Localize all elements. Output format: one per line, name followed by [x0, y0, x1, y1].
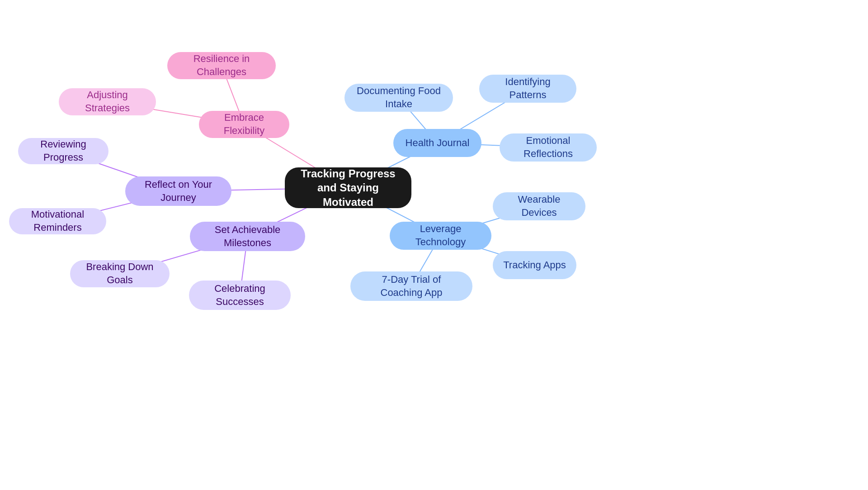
trial-node: 7-Day Trial of Coaching App: [350, 271, 472, 301]
celebrating-node: Celebrating Successes: [189, 281, 291, 310]
milestones-node: Set Achievable Milestones: [190, 222, 305, 251]
motivational-node: Motivational Reminders: [9, 208, 106, 234]
center-node: Tracking Progress and Staying Motivated: [285, 167, 411, 208]
adjusting-node: Adjusting Strategies: [59, 88, 156, 115]
breaking-node: Breaking Down Goals: [70, 260, 170, 287]
emotional-node: Emotional Reflections: [500, 133, 597, 162]
health-journal-node: Health Journal: [393, 129, 481, 157]
leverage-node: Leverage Technology: [390, 222, 491, 250]
reviewing-node: Reviewing Progress: [18, 138, 108, 164]
wearable-node: Wearable Devices: [493, 192, 585, 220]
reflect-node: Reflect on Your Journey: [125, 176, 231, 206]
resilience-node: Resilience in Challenges: [167, 52, 276, 79]
identifying-node: Identifying Patterns: [479, 75, 576, 103]
documenting-node: Documenting Food Intake: [344, 84, 453, 112]
tracking-apps-node: Tracking Apps: [493, 251, 576, 279]
embrace-flexibility-node: Embrace Flexibility: [199, 111, 289, 138]
